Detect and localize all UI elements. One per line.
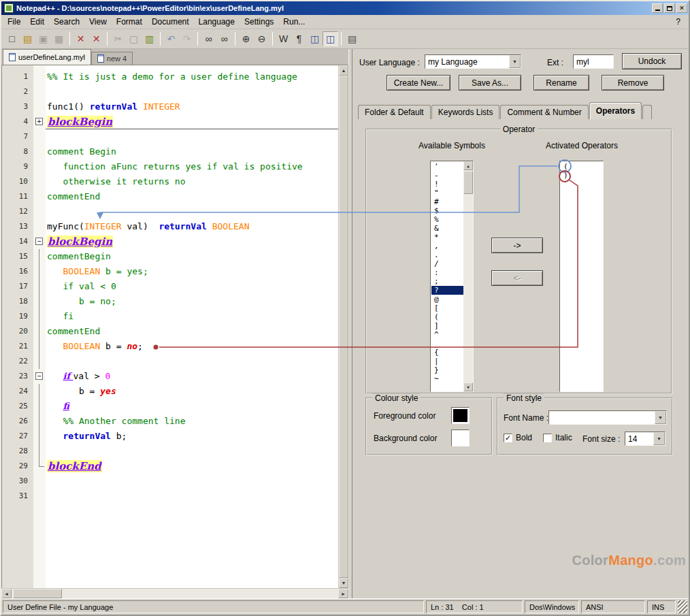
vertical-scroll-thumb[interactable] (339, 76, 348, 578)
menu-format[interactable]: Format (112, 16, 147, 28)
editor-line-9[interactable]: 9 function aFunc returns yes if val is p… (2, 159, 338, 174)
move-right-button[interactable]: -> (491, 238, 543, 253)
available-symbols-listbox[interactable]: '-!"#$%&*,./:;?@[(]^_{|}~ ▲ ▼ (430, 161, 474, 392)
open-file-button[interactable]: ▤ (20, 31, 35, 46)
zoom-out-button[interactable]: ⊖ (254, 31, 269, 46)
editor-line-25[interactable]: 25 fi (2, 399, 338, 414)
copy-button[interactable]: ▢ (126, 31, 142, 46)
show-all-characters-button[interactable]: ¶ (291, 31, 307, 46)
menu-run[interactable]: Run... (278, 16, 310, 28)
code-editor[interactable]: 1%% It is just a demo for a user define … (1, 65, 348, 588)
available-symbol-item[interactable]: $ (431, 206, 463, 215)
scroll-up-icon[interactable]: ▲ (463, 161, 473, 170)
editor-line-29[interactable]: 29blockEnd (2, 459, 338, 474)
rename-button[interactable]: Rename (533, 75, 589, 91)
undock-button[interactable]: Undock (622, 53, 682, 69)
menu-edit[interactable]: Edit (25, 16, 49, 28)
chevron-down-icon[interactable]: ▼ (509, 55, 521, 68)
editor-line-18[interactable]: 18 b = no; (2, 294, 338, 309)
save-as-button[interactable]: Save As... (459, 75, 521, 91)
redo-button[interactable]: ↷ (179, 31, 195, 46)
editor-line-20[interactable]: 20commentEnd (2, 324, 338, 339)
paste-button[interactable]: ▥ (142, 31, 157, 46)
user-defined-dialog-button[interactable]: ◫ (323, 31, 338, 46)
available-symbol-item[interactable]: - (431, 171, 463, 180)
editor-text-area[interactable]: 1%% It is just a demo for a user define … (2, 65, 338, 588)
scroll-down-icon[interactable]: ▼ (339, 578, 348, 588)
available-symbol-item[interactable]: ? (431, 286, 463, 295)
activated-operator-item[interactable]: ( (561, 162, 602, 171)
user-language-combobox[interactable]: my Language ▼ (425, 54, 521, 69)
font-name-combobox[interactable]: ▼ (548, 410, 667, 425)
resize-grip[interactable] (678, 600, 687, 613)
fold-expand-icon[interactable]: + (33, 114, 46, 129)
scroll-up-icon[interactable]: ▲ (339, 65, 348, 76)
minimize-button[interactable] (652, 3, 663, 13)
save-all-button[interactable]: ▦ (51, 31, 67, 46)
available-symbol-item[interactable]: | (431, 357, 463, 366)
new-file-button[interactable]: □ (4, 31, 20, 46)
editor-vertical-scrollbar[interactable]: ▲ ▼ (338, 65, 348, 588)
available-symbol-item[interactable]: ^ (431, 330, 463, 339)
editor-line-3[interactable]: 3func1() returnVal INTEGER (2, 99, 338, 114)
font-size-combobox[interactable]: 14 ▼ (625, 432, 666, 446)
scroll-left-icon[interactable]: ◄ (1, 589, 12, 598)
editor-line-10[interactable]: 10 otherwise it returns no (2, 174, 338, 189)
activated-operators-listbox[interactable]: () (559, 161, 604, 392)
available-symbol-item[interactable]: # (431, 197, 463, 206)
fold-box-icon[interactable]: + (35, 118, 43, 125)
menu-file[interactable]: File (3, 16, 25, 28)
editor-line-7[interactable]: 7 (2, 129, 338, 144)
foreground-color-swatch[interactable] (451, 407, 470, 424)
horizontal-scroll-thumb[interactable] (13, 589, 62, 598)
editor-line-4[interactable]: 4+blockBegin (2, 114, 338, 129)
tab-operators[interactable]: Operators (589, 102, 642, 119)
editor-line-31[interactable]: 31 (2, 489, 338, 504)
available-symbol-item[interactable]: ] (431, 321, 463, 330)
editor-line-21[interactable]: 21 BOOLEAN b = no; (2, 339, 338, 354)
available-symbol-item[interactable]: & (431, 224, 463, 233)
available-symbol-item[interactable]: @ (431, 295, 463, 304)
tab-comment-number[interactable]: Comment & Number (500, 105, 588, 119)
tab-new-4[interactable]: new 4 (91, 52, 133, 65)
italic-checkbox[interactable]: Italic (543, 433, 572, 442)
tab-userdefinelang-myl[interactable]: userDefineLang.myl (3, 49, 91, 65)
fold-collapse-icon[interactable]: − (33, 234, 46, 249)
close-all-button[interactable]: ✕ (88, 31, 104, 46)
available-symbol-item[interactable]: { (431, 348, 463, 357)
editor-line-11[interactable]: 11commentEnd (2, 189, 338, 204)
menu-document[interactable]: Document (147, 16, 194, 28)
menu-search[interactable]: Search (49, 16, 84, 28)
menu-settings[interactable]: Settings (240, 16, 278, 28)
fold-collapse-icon[interactable]: − (33, 369, 46, 384)
editor-line-2[interactable]: 2 (2, 84, 338, 99)
create-new-button[interactable]: Create New... (387, 75, 450, 91)
zoom-in-button[interactable]: ⊕ (238, 31, 254, 46)
title-bar[interactable]: Notepad++ - D:\sources\notepad++\PowerEd… (1, 1, 689, 15)
chevron-down-icon[interactable]: ▼ (653, 432, 665, 445)
background-color-swatch[interactable] (451, 429, 470, 447)
remove-button[interactable]: Remove (602, 75, 664, 91)
listbox-scrollbar[interactable]: ▲ ▼ (463, 161, 473, 391)
available-symbol-item[interactable]: ~ (431, 374, 463, 383)
find-button[interactable]: ∞ (201, 31, 216, 46)
close-button[interactable]: ✕ (676, 3, 687, 13)
editor-line-15[interactable]: 15commentBegin (2, 249, 338, 264)
activated-operator-item[interactable]: ) (561, 171, 602, 180)
available-symbol-item[interactable]: % (431, 215, 463, 224)
editor-line-27[interactable]: 27 returnVal b; (2, 429, 338, 444)
editor-line-8[interactable]: 8comment Begin (2, 144, 338, 159)
scroll-down-icon[interactable]: ▼ (463, 383, 473, 391)
editor-line-1[interactable]: 1%% It is just a demo for a user define … (2, 69, 338, 84)
available-symbol-item[interactable]: ! (431, 180, 463, 189)
available-symbol-item[interactable]: ; (431, 277, 463, 286)
document-map-button[interactable]: ◫ (307, 31, 323, 46)
restore-button[interactable] (664, 3, 675, 13)
tab-keywords-lists[interactable]: Keywords Lists (431, 105, 500, 119)
available-symbol-item[interactable]: ( (431, 312, 463, 321)
editor-line-19[interactable]: 19 fi (2, 309, 338, 324)
scroll-right-icon[interactable]: ► (338, 589, 348, 598)
editor-line-23[interactable]: 23− if val > 0 (2, 369, 338, 384)
find-in-files-button[interactable]: ∞ (216, 31, 232, 46)
available-symbol-item[interactable]: _ (431, 339, 463, 348)
